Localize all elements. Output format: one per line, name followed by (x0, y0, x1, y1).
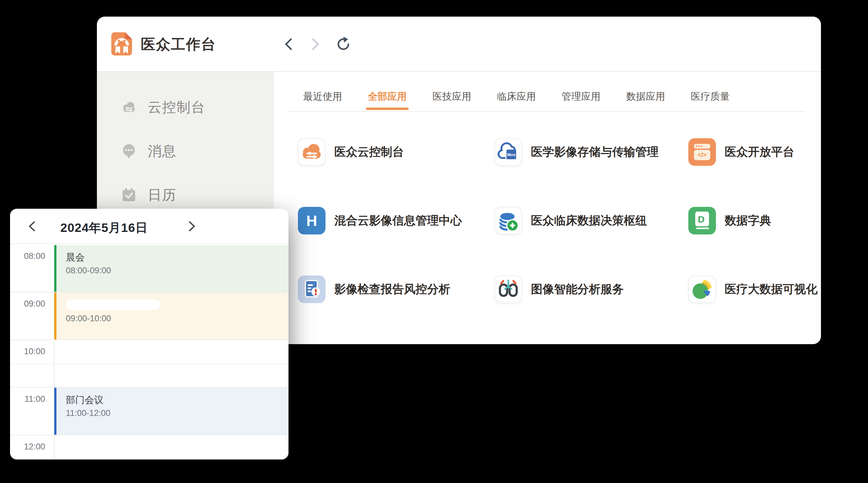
sidebar-item-messages[interactable]: 消息 (120, 141, 177, 161)
back-button[interactable] (281, 37, 296, 52)
time-label: 11:00 (10, 394, 45, 404)
lungs-icon (495, 276, 522, 303)
tab-data-apps[interactable]: 数据应用 (626, 90, 665, 110)
app-open-platform[interactable]: </> 医众开放平台 (688, 138, 794, 166)
app-label: 医众开放平台 (725, 144, 794, 160)
calendar-event-morning-meeting[interactable]: 晨会 08:00-09:00 (54, 245, 288, 292)
half-hour-gridline (10, 363, 288, 364)
chevron-right-icon (313, 39, 318, 49)
app-data-dictionary[interactable]: D 数据字典 (688, 207, 771, 234)
green-dictionary-icon: D (688, 207, 716, 234)
tab-quality-apps[interactable]: 医疗质量 (691, 90, 730, 110)
blue-h-icon: H (298, 207, 326, 234)
refresh-button[interactable] (336, 37, 351, 52)
svg-text:</>: </> (698, 151, 707, 158)
calendar-event-department-meeting[interactable]: 部门会议 11:00-12:00 (54, 388, 288, 435)
svg-text:D: D (698, 214, 705, 224)
app-label: 医疗大数据可视化 (725, 282, 817, 297)
svg-text:Mos: Mos (507, 152, 516, 157)
chevron-left-icon (286, 39, 291, 49)
event-time: 08:00-09:00 (66, 266, 288, 276)
calendar-body: 08:00 09:00 10:00 11:00 12:00 晨会 08:00-0… (10, 245, 288, 459)
code-window-icon: </> (688, 138, 716, 166)
app-label: 影像检查报告风控分析 (334, 282, 450, 297)
time-label: 08:00 (10, 251, 45, 261)
calendar-prev-button[interactable] (28, 221, 36, 233)
sidebar-item-label: 云控制台 (148, 98, 206, 117)
sidebar-item-cloud-console[interactable]: 云控制台 (120, 97, 206, 117)
tab-management-apps[interactable]: 管理应用 (562, 90, 600, 110)
chevron-right-icon (190, 222, 194, 231)
chevron-left-icon (30, 222, 34, 231)
app-report-risk-analysis[interactable]: 影像检查报告风控分析 (298, 276, 450, 303)
tab-recent[interactable]: 最近使用 (303, 90, 342, 110)
calendar-event-redacted[interactable]: 09:00-10:00 (54, 292, 288, 340)
app-label: 医众临床数据决策枢纽 (531, 213, 647, 228)
tabs-divider (288, 111, 805, 112)
tab-all-apps[interactable]: 全部应用 (368, 90, 407, 110)
nav-controls (281, 37, 351, 52)
app-logo-icon (111, 32, 132, 56)
app-label: 医众云控制台 (334, 144, 404, 160)
calendar-date-title: 2024年5月16日 (44, 219, 164, 236)
hour-gridline (10, 340, 288, 340)
event-time: 11:00-12:00 (66, 409, 288, 418)
window-header: 医众工作台 (97, 17, 821, 71)
report-alert-icon (298, 276, 326, 303)
pie-chart-icon (688, 276, 716, 303)
event-title: 晨会 (66, 251, 288, 263)
app-label: 数据字典 (725, 213, 771, 228)
tab-medtech-apps[interactable]: 医技应用 (432, 90, 471, 110)
app-clinical-data-hub[interactable]: 医众临床数据决策枢纽 (495, 207, 647, 234)
hour-gridline (10, 435, 288, 436)
time-label: 10:00 (10, 347, 45, 356)
calendar-check-icon (120, 187, 138, 203)
refresh-icon (338, 39, 348, 49)
tab-bar: 最近使用 全部应用 医技应用 临床应用 管理应用 数据应用 医疗质量 (303, 90, 730, 110)
tab-clinical-apps[interactable]: 临床应用 (497, 90, 536, 110)
app-cloud-console[interactable]: 医众云控制台 (298, 138, 404, 166)
sidebar-item-label: 日历 (148, 186, 177, 204)
app-title: 医众工作台 (141, 35, 216, 54)
app-label: 混合云影像信息管理中心 (334, 213, 462, 228)
app-bigdata-visualization[interactable]: 医疗大数据可视化 (688, 276, 817, 303)
svg-text:H: H (306, 213, 317, 229)
app-image-ai-analysis[interactable]: 图像智能分析服务 (495, 276, 624, 303)
calendar-panel: 2024年5月16日 08:00 09:00 10:00 11:00 12:00… (10, 209, 288, 459)
app-label: 医学影像存储与传输管理 (531, 144, 658, 160)
calendar-next-button[interactable] (188, 221, 196, 233)
app-hybrid-imaging-center[interactable]: H 混合云影像信息管理中心 (298, 207, 462, 234)
time-label: 12:00 (10, 442, 45, 452)
event-title-redacted-pill (66, 299, 160, 310)
time-label: 09:00 (10, 299, 45, 309)
forward-button[interactable] (308, 37, 323, 52)
calendar-header: 2024年5月16日 (10, 209, 288, 244)
orange-cloud-sliders-icon (298, 138, 326, 166)
database-plus-icon (495, 207, 522, 234)
event-title: 部门会议 (66, 394, 288, 406)
event-time: 09:00-10:00 (66, 314, 288, 323)
app-label: 图像智能分析服务 (531, 282, 624, 297)
chat-bubble-icon (120, 142, 138, 160)
blue-cloud-mos-icon: Mos (495, 138, 522, 166)
content-area: 最近使用 全部应用 医技应用 临床应用 管理应用 数据应用 医疗质量 医众云控 (274, 72, 821, 344)
cloud-sliders-icon (120, 99, 138, 115)
app-image-storage[interactable]: Mos 医学影像存储与传输管理 (495, 138, 658, 166)
sidebar-item-calendar[interactable]: 日历 (120, 185, 177, 205)
sidebar-item-label: 消息 (148, 142, 177, 160)
